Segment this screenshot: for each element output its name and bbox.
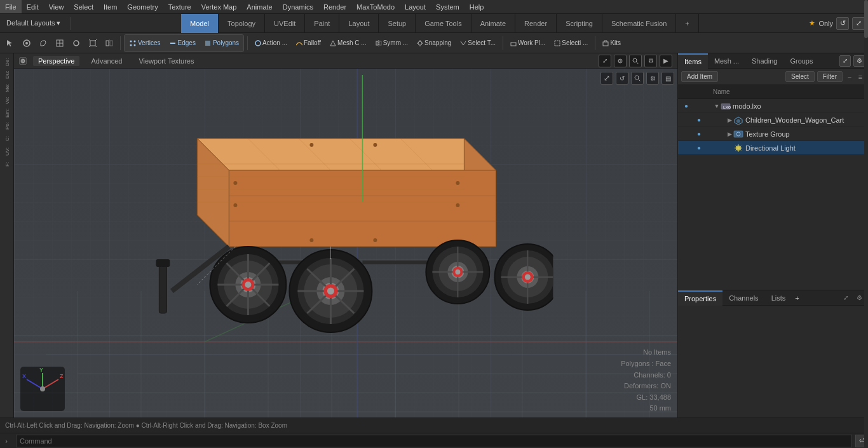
left-tool-ve[interactable]: Ve: [1,95,13,106]
menu-view[interactable]: View [44,0,69,13]
add-item-btn[interactable]: Add Item [681,71,718,82]
props-add-btn[interactable]: + [795,290,799,305]
menu-select[interactable]: Select [69,0,98,13]
tree-item-modo-lxo[interactable]: ● ▼ LXO modo.lxo [678,99,868,113]
select-edges-btn[interactable]: Edges [165,36,200,51]
left-tool-uv[interactable]: UV: [1,146,13,157]
vp-ctrl-chevron[interactable]: ▶ [660,55,672,67]
tool-lasso[interactable] [36,36,51,51]
viewport-menu-btn[interactable] [19,57,27,65]
vis-icon-modo[interactable]: ● [681,101,691,111]
items-tab-items[interactable]: Items [678,53,708,69]
tool-mesh-c[interactable]: Mesh C ... [326,36,370,51]
tool-scale[interactable] [85,36,100,51]
layout-tab-render[interactable]: Render [515,14,557,33]
tool-action[interactable]: Action ... [251,36,291,51]
layout-tab-layout[interactable]: Layout [339,14,379,33]
vp-ctrl-settings[interactable]: ⚙ [644,55,657,67]
props-settings-btn[interactable]: ⚙ [853,292,865,304]
props-expand-btn[interactable]: ⤢ [840,292,851,304]
menu-geometry[interactable]: Geometry [122,0,163,13]
tool-rotate[interactable] [69,36,84,51]
items-panel-settings-btn[interactable]: ⚙ [853,55,865,67]
vis-icon-light[interactable]: ● [694,143,704,153]
tool-mirror[interactable] [102,36,117,51]
expand-modo[interactable]: ▼ [713,103,721,109]
layout-tab-model[interactable]: Model [181,14,219,33]
tool-select-arrow[interactable] [3,36,18,51]
menu-maxtomodo[interactable]: MaxToModo [351,0,400,13]
command-arrow-btn[interactable]: › [0,433,13,449]
items-toolbar-minus[interactable]: − [845,72,854,81]
menu-dynamics[interactable]: Dynamics [278,0,318,13]
tool-symmetry[interactable]: Symm ... [372,36,412,51]
menu-edit[interactable]: Edit [22,0,44,13]
select-btn[interactable]: Select [785,71,815,82]
expand-wagon[interactable]: ▶ [726,117,733,123]
tool-select-t[interactable]: Select T... [456,36,499,51]
menu-file[interactable]: File [0,0,22,13]
props-tab-channels[interactable]: Channels [722,290,764,306]
vp-btn-refresh[interactable]: ↺ [616,72,628,85]
select-vertices-btn[interactable]: Vertices [125,36,165,51]
tree-item-dir-light[interactable]: ● Directional Light [678,141,868,155]
vis-icon-texture[interactable]: ● [694,129,704,139]
props-tab-lists[interactable]: Lists [765,290,792,306]
viewport-tab-perspective[interactable]: Perspective [33,56,79,66]
filter-btn[interactable]: Filter [817,71,843,82]
default-layouts-dropdown[interactable]: Default Layouts ▾ [0,19,67,27]
tool-selection[interactable]: Selecti ... [550,36,592,51]
left-tool-em[interactable]: Em: [1,107,13,119]
tool-snapping[interactable]: Snapping [413,36,455,51]
menu-item[interactable]: Item [98,0,122,13]
items-panel-expand-btn[interactable]: ⤢ [839,55,851,67]
menu-texture[interactable]: Texture [163,0,196,13]
viewport-canvas[interactable]: ⤢ ↺ ⚙ ▤ Z X [14,69,677,417]
vis-icon-wagon[interactable]: ● [694,115,704,125]
left-tool-po[interactable]: Po: [1,120,13,132]
layout-tab-topology[interactable]: Topology [219,14,265,33]
layout-tab-uvedit[interactable]: UVEdit [265,14,305,33]
items-tab-mesh[interactable]: Mesh ... [708,53,745,69]
menu-help[interactable]: Help [465,0,489,13]
tree-item-wagon[interactable]: ● ▶ Children_Wooden_Wagon_Cart [678,113,868,127]
tool-falloff[interactable]: Falloff [292,36,325,51]
menu-animate[interactable]: Animate [241,0,277,13]
layout-tab-paint[interactable]: Paint [305,14,339,33]
left-tool-f[interactable]: F: [1,158,13,170]
vp-btn-settings2[interactable]: ⚙ [646,72,659,85]
menu-layout[interactable]: Layout [400,0,431,13]
viewport-tab-textures[interactable]: Viewport Textures [133,56,199,66]
vp-ctrl-camera[interactable] [614,55,627,67]
items-tab-shading[interactable]: Shading [745,53,783,69]
menu-system[interactable]: System [431,0,465,13]
layout-maximize-btn[interactable]: ⤢ [852,17,865,30]
select-polygons-btn[interactable]: Polygons [200,36,243,51]
vp-btn-search[interactable] [631,72,644,85]
layout-tab-plus[interactable]: + [676,14,698,33]
menu-vertex-map[interactable]: Vertex Map [196,0,242,13]
vp-btn-expand2[interactable]: ⤢ [600,72,613,85]
tree-item-texture-group[interactable]: ● ▶ Texture Group [678,127,868,141]
props-tab-properties[interactable]: Properties [678,290,722,306]
layout-refresh-btn[interactable]: ↺ [836,17,849,30]
tool-kits[interactable]: Kits [599,36,625,51]
items-tab-groups[interactable]: Groups [783,53,819,69]
vp-ctrl-expand[interactable]: ⤢ [599,55,611,67]
left-tool-me[interactable]: Me: [1,82,13,93]
vp-btn-grid[interactable]: ▤ [661,72,674,85]
command-input[interactable] [16,435,852,447]
tool-work-plane[interactable]: Work Pl... [506,36,549,51]
layout-tab-setup[interactable]: Setup [379,14,416,33]
viewport-tab-advanced[interactable]: Advanced [86,56,127,66]
layout-tab-gametools[interactable]: Game Tools [416,14,471,33]
expand-texture[interactable]: ▶ [726,131,733,137]
tool-paint[interactable] [19,36,34,51]
vp-ctrl-magnify[interactable] [629,55,642,67]
left-tool-c[interactable]: C: [1,133,13,144]
layout-tab-schematic[interactable]: Schematic Fusion [602,14,676,33]
items-toolbar-collapse[interactable]: ≡ [856,72,865,81]
tool-transform[interactable] [52,36,67,51]
left-tool-du[interactable]: Du: [1,69,13,81]
left-tool-de[interactable]: De: [1,57,13,68]
